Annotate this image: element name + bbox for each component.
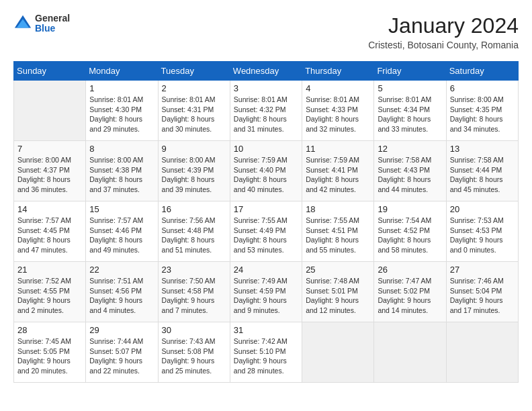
day-number: 17 <box>234 204 298 214</box>
calendar-table: SundayMondayTuesdayWednesdayThursdayFrid… <box>13 61 519 383</box>
cell-content: Sunrise: 8:01 AMSunset: 4:34 PMDaylight:… <box>378 95 442 134</box>
logo-text: General Blue <box>35 13 70 34</box>
calendar-cell: 17Sunrise: 7:55 AMSunset: 4:49 PMDayligh… <box>230 201 302 262</box>
day-number: 14 <box>17 204 82 214</box>
header-day: Wednesday <box>230 62 302 81</box>
cell-content: Sunrise: 7:59 AMSunset: 4:40 PMDaylight:… <box>234 155 298 195</box>
calendar-cell <box>446 322 518 383</box>
logo-icon <box>13 14 32 33</box>
cell-content: Sunrise: 7:58 AMSunset: 4:43 PMDaylight:… <box>378 155 442 195</box>
day-number: 16 <box>162 204 226 214</box>
calendar-week-row: 1Sunrise: 8:01 AMSunset: 4:30 PMDaylight… <box>14 81 519 141</box>
cell-content: Sunrise: 7:46 AMSunset: 5:04 PMDaylight:… <box>450 276 515 316</box>
calendar-cell <box>14 81 86 141</box>
calendar-header: SundayMondayTuesdayWednesdayThursdayFrid… <box>14 62 519 81</box>
calendar-week-row: 21Sunrise: 7:52 AMSunset: 4:55 PMDayligh… <box>14 262 519 322</box>
day-number: 11 <box>306 144 370 154</box>
calendar-cell: 14Sunrise: 7:57 AMSunset: 4:45 PMDayligh… <box>14 201 86 262</box>
cell-content: Sunrise: 7:45 AMSunset: 5:05 PMDaylight:… <box>17 336 82 376</box>
day-number: 6 <box>450 83 515 93</box>
calendar-week-row: 14Sunrise: 7:57 AMSunset: 4:45 PMDayligh… <box>14 201 519 262</box>
day-number: 26 <box>378 265 442 275</box>
calendar-cell: 10Sunrise: 7:59 AMSunset: 4:40 PMDayligh… <box>230 141 302 201</box>
calendar-cell: 20Sunrise: 7:53 AMSunset: 4:53 PMDayligh… <box>446 201 518 262</box>
day-number: 19 <box>378 204 442 214</box>
day-number: 31 <box>234 325 298 335</box>
cell-content: Sunrise: 7:47 AMSunset: 5:02 PMDaylight:… <box>378 276 442 316</box>
calendar-cell: 25Sunrise: 7:48 AMSunset: 5:01 PMDayligh… <box>302 262 374 322</box>
day-number: 1 <box>89 83 154 93</box>
day-number: 24 <box>234 265 298 275</box>
day-number: 3 <box>234 83 298 93</box>
cell-content: Sunrise: 7:54 AMSunset: 4:52 PMDaylight:… <box>378 216 442 255</box>
day-number: 22 <box>89 265 154 275</box>
day-number: 27 <box>450 265 515 275</box>
calendar-cell: 13Sunrise: 7:58 AMSunset: 4:44 PMDayligh… <box>446 141 518 201</box>
cell-content: Sunrise: 7:56 AMSunset: 4:48 PMDaylight:… <box>162 216 226 255</box>
cell-content: Sunrise: 8:01 AMSunset: 4:31 PMDaylight:… <box>162 95 226 134</box>
header-day: Friday <box>374 62 446 81</box>
day-number: 10 <box>234 144 298 154</box>
calendar-cell: 19Sunrise: 7:54 AMSunset: 4:52 PMDayligh… <box>374 201 446 262</box>
calendar-cell: 31Sunrise: 7:42 AMSunset: 5:10 PMDayligh… <box>230 322 302 383</box>
day-number: 2 <box>162 83 226 93</box>
logo-general: General <box>35 13 70 24</box>
calendar-body: 1Sunrise: 8:01 AMSunset: 4:30 PMDaylight… <box>14 81 519 383</box>
cell-content: Sunrise: 7:42 AMSunset: 5:10 PMDaylight:… <box>234 336 298 376</box>
cell-content: Sunrise: 7:50 AMSunset: 4:58 PMDaylight:… <box>162 276 226 316</box>
cell-content: Sunrise: 8:00 AMSunset: 4:38 PMDaylight:… <box>89 155 154 195</box>
calendar-cell: 5Sunrise: 8:01 AMSunset: 4:34 PMDaylight… <box>374 81 446 141</box>
page-header: General Blue January 2024 Cristesti, Bot… <box>13 13 519 50</box>
day-number: 23 <box>162 265 226 275</box>
day-number: 21 <box>17 265 82 275</box>
cell-content: Sunrise: 8:01 AMSunset: 4:32 PMDaylight:… <box>234 95 298 134</box>
calendar-cell: 15Sunrise: 7:57 AMSunset: 4:46 PMDayligh… <box>86 201 158 262</box>
day-number: 30 <box>162 325 226 335</box>
day-number: 9 <box>162 144 226 154</box>
cell-content: Sunrise: 8:01 AMSunset: 4:33 PMDaylight:… <box>306 95 370 134</box>
calendar-cell: 9Sunrise: 8:00 AMSunset: 4:39 PMDaylight… <box>158 141 230 201</box>
day-number: 13 <box>450 144 515 154</box>
location: Cristesti, Botosani County, Romania <box>368 40 519 50</box>
cell-content: Sunrise: 8:00 AMSunset: 4:37 PMDaylight:… <box>17 155 82 195</box>
calendar-cell: 26Sunrise: 7:47 AMSunset: 5:02 PMDayligh… <box>374 262 446 322</box>
cell-content: Sunrise: 7:48 AMSunset: 5:01 PMDaylight:… <box>306 276 370 316</box>
day-number: 20 <box>450 204 515 214</box>
calendar-cell: 2Sunrise: 8:01 AMSunset: 4:31 PMDaylight… <box>158 81 230 141</box>
calendar-week-row: 28Sunrise: 7:45 AMSunset: 5:05 PMDayligh… <box>14 322 519 383</box>
calendar-cell: 12Sunrise: 7:58 AMSunset: 4:43 PMDayligh… <box>374 141 446 201</box>
cell-content: Sunrise: 7:57 AMSunset: 4:45 PMDaylight:… <box>17 216 82 255</box>
cell-content: Sunrise: 7:55 AMSunset: 4:49 PMDaylight:… <box>234 216 298 255</box>
calendar-cell: 30Sunrise: 7:43 AMSunset: 5:08 PMDayligh… <box>158 322 230 383</box>
day-number: 4 <box>306 83 370 93</box>
cell-content: Sunrise: 7:44 AMSunset: 5:07 PMDaylight:… <box>89 336 154 376</box>
cell-content: Sunrise: 7:59 AMSunset: 4:41 PMDaylight:… <box>306 155 370 195</box>
day-number: 12 <box>378 144 442 154</box>
calendar-cell: 24Sunrise: 7:49 AMSunset: 4:59 PMDayligh… <box>230 262 302 322</box>
day-number: 15 <box>89 204 154 214</box>
title-block: January 2024 Cristesti, Botosani County,… <box>368 13 519 50</box>
cell-content: Sunrise: 7:57 AMSunset: 4:46 PMDaylight:… <box>89 216 154 255</box>
cell-content: Sunrise: 7:53 AMSunset: 4:53 PMDaylight:… <box>450 216 515 255</box>
calendar-cell: 6Sunrise: 8:00 AMSunset: 4:35 PMDaylight… <box>446 81 518 141</box>
calendar-cell: 3Sunrise: 8:01 AMSunset: 4:32 PMDaylight… <box>230 81 302 141</box>
logo-blue: Blue <box>35 24 70 34</box>
header-day: Saturday <box>446 62 518 81</box>
day-number: 5 <box>378 83 442 93</box>
day-number: 28 <box>17 325 82 335</box>
header-day: Sunday <box>14 62 86 81</box>
cell-content: Sunrise: 7:51 AMSunset: 4:56 PMDaylight:… <box>89 276 154 316</box>
calendar-cell: 16Sunrise: 7:56 AMSunset: 4:48 PMDayligh… <box>158 201 230 262</box>
day-number: 25 <box>306 265 370 275</box>
header-day: Thursday <box>302 62 374 81</box>
day-number: 29 <box>89 325 154 335</box>
cell-content: Sunrise: 7:49 AMSunset: 4:59 PMDaylight:… <box>234 276 298 316</box>
calendar-cell: 4Sunrise: 8:01 AMSunset: 4:33 PMDaylight… <box>302 81 374 141</box>
header-day: Tuesday <box>158 62 230 81</box>
logo: General Blue <box>13 13 70 34</box>
day-number: 18 <box>306 204 370 214</box>
header-row: SundayMondayTuesdayWednesdayThursdayFrid… <box>14 62 519 81</box>
calendar-cell: 7Sunrise: 8:00 AMSunset: 4:37 PMDaylight… <box>14 141 86 201</box>
cell-content: Sunrise: 8:00 AMSunset: 4:35 PMDaylight:… <box>450 95 515 134</box>
calendar-cell: 28Sunrise: 7:45 AMSunset: 5:05 PMDayligh… <box>14 322 86 383</box>
